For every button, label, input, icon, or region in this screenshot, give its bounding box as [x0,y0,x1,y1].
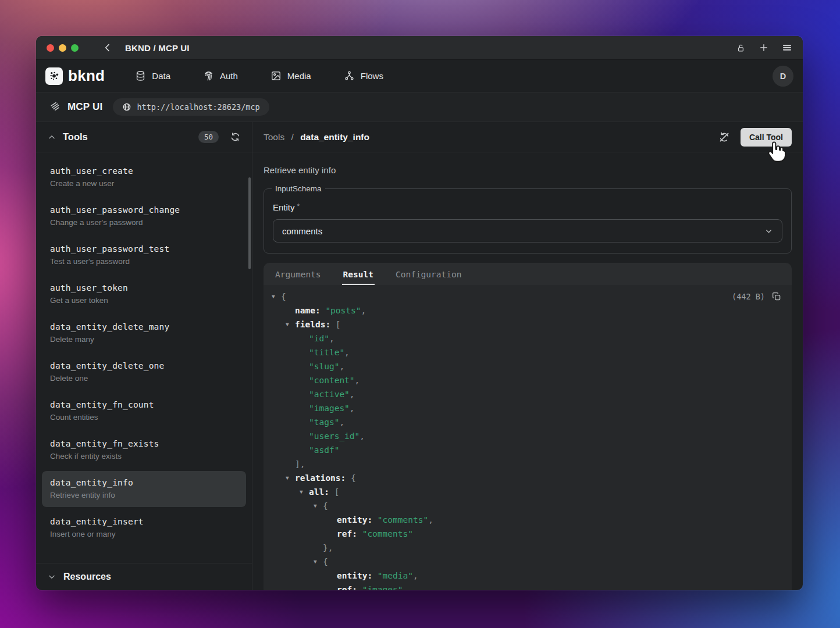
tab-configuration[interactable]: Configuration [394,263,463,285]
result-size-badge: (442 B) [732,290,765,304]
tool-item[interactable]: data_entity_delete_one Delete one [42,354,246,390]
json-line: entity: "comments", [274,513,781,527]
nav-label: Flows [361,71,383,81]
resources-section-header[interactable]: Resources [36,563,252,590]
chevron-up-icon[interactable] [48,133,56,141]
server-url: http://localhost:28623/mcp [137,102,259,112]
result-tabs: Arguments Result Configuration [264,263,792,285]
tools-section-title: Tools [63,131,88,142]
tree-caret-icon[interactable]: ▼ [286,317,295,331]
copy-icon[interactable] [772,292,781,301]
unlock-icon[interactable] [736,43,746,53]
menu-icon[interactable] [782,42,792,53]
chevron-down-icon [764,227,773,236]
tree-caret-icon[interactable]: ▼ [314,555,323,569]
tool-item[interactable]: data_entity_fn_count Count entities [42,393,246,429]
json-line: ▼fields: [ [274,317,781,331]
back-icon[interactable] [103,43,112,52]
tools-sidebar: Tools 50 auth_user_create Create a new u… [36,122,252,590]
json-line: "users_id", [274,429,781,443]
page-title: MCP UI [67,101,102,113]
input-schema-legend: InputSchema [272,184,325,193]
tool-item[interactable]: data_entity_fn_exists Check if entity ex… [42,432,246,468]
json-line: "slug", [274,359,781,373]
json-line: ▼relations: { [274,471,781,485]
json-line: "content", [274,373,781,387]
nav-item-auth[interactable]: Auth [203,70,238,81]
tool-list: auth_user_create Create a new user auth_… [36,152,252,563]
nav-label: Data [152,71,170,81]
tool-item[interactable]: data_entity_insert Insert one or many [42,510,246,546]
result-panel: Arguments Result Configuration ▼{(442 B)… [264,263,792,590]
avatar[interactable]: D [773,66,793,87]
tab-result[interactable]: Result [342,263,375,285]
json-line: "asdf" [274,443,781,457]
bknd-logo[interactable]: bknd [45,67,105,85]
call-tool-button[interactable]: Call Tool [741,128,792,147]
tool-item[interactable]: auth_user_token Get a user token [42,276,246,312]
tool-detail-header: Tools / data_entity_info Call Tool [252,122,803,152]
server-url-pill[interactable]: http://localhost:28623/mcp [113,98,269,116]
nav-label: Auth [220,71,238,81]
layers-icon [49,101,60,113]
json-line: "id", [274,331,781,345]
json-line: ], [274,457,781,471]
minimize-window-button[interactable] [59,44,66,52]
tree-caret-icon[interactable]: ▼ [272,290,281,304]
refresh-tools-icon[interactable] [230,132,240,142]
nav-item-flows[interactable]: Flows [344,70,383,81]
json-line: ▼all: [ [274,485,781,499]
json-line: ▼{ [274,555,781,569]
globe-icon [122,102,131,112]
sidebar-scrollbar-thumb[interactable] [248,177,251,269]
nav-label: Media [287,71,311,81]
json-line: entity: "media", [274,569,781,583]
maximize-window-button[interactable] [71,44,79,52]
json-line: ▼{(442 B) [274,290,781,304]
tool-item[interactable]: auth_user_password_test Test a user's pa… [42,237,246,273]
tool-detail-pane: Tools / data_entity_info Call Tool Retri… [252,122,803,590]
tab-arguments[interactable]: Arguments [274,263,322,285]
required-mark: * [297,202,300,210]
tool-item[interactable]: auth_user_create Create a new user [42,159,246,195]
close-window-button[interactable] [47,44,54,52]
app-window: BKND / MCP UI bknd Data [36,36,803,590]
json-line: "title", [274,345,781,359]
json-line: name: "posts", [274,304,781,317]
main-nav: Data Auth Media Flows [135,70,383,81]
new-tab-icon[interactable] [759,42,769,53]
app-header: bknd Data Auth Media Flows D [36,60,803,92]
fingerprint-icon [203,70,214,81]
json-result-viewer: ▼{(442 B) name: "posts", ▼fields: [ "id"… [264,285,792,590]
nav-item-media[interactable]: Media [270,70,311,81]
tool-description: Retrieve entity info [264,165,792,175]
brand-name: bknd [68,67,105,85]
json-line: ▼{ [274,499,781,513]
tools-count-badge: 50 [198,131,219,143]
tree-caret-icon[interactable]: ▼ [286,471,295,485]
json-line: "active", [274,387,781,401]
window-title: BKND / MCP UI [125,43,190,53]
json-line: }, [274,541,781,555]
tree-caret-icon[interactable]: ▼ [314,499,323,513]
nav-item-data[interactable]: Data [135,70,170,81]
resources-section-title: Resources [63,572,111,582]
tree-caret-icon[interactable]: ▼ [300,485,309,499]
mcp-subheader: MCP UI http://localhost:28623/mcp [36,92,803,122]
image-icon [270,70,282,81]
entity-select[interactable]: comments [273,219,782,242]
json-line: ref: "images" [274,583,781,590]
titlebar: BKND / MCP UI [36,36,803,60]
chevron-down-icon[interactable] [48,573,56,581]
auto-refresh-off-icon[interactable] [718,131,730,143]
breadcrumb: Tools / data_entity_info [264,132,369,142]
database-icon [135,70,146,81]
tools-section-header[interactable]: Tools 50 [36,122,252,152]
tool-item[interactable]: auth_user_password_change Change a user'… [42,198,246,234]
input-schema-fieldset: InputSchema Entity* comments [264,184,792,254]
tool-item-selected[interactable]: data_entity_info Retrieve entity info [42,471,246,507]
entity-select-value: comments [282,226,322,236]
breadcrumb-tools-link[interactable]: Tools [264,132,284,142]
breadcrumb-current: data_entity_info [300,132,369,142]
tool-item[interactable]: data_entity_delete_many Delete many [42,315,246,351]
